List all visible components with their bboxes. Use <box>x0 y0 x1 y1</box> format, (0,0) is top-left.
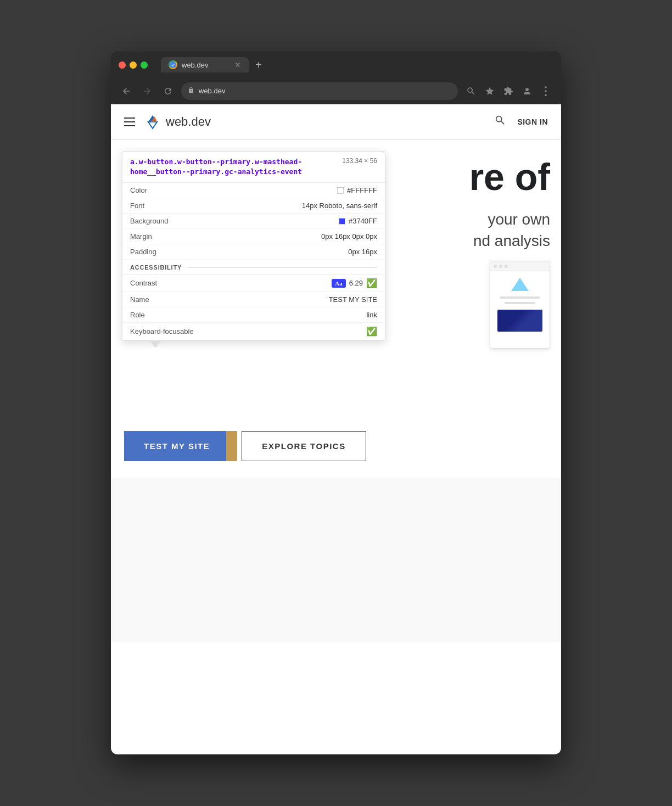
inspector-panel: a.w-button.w-button--primary.w-masthead-… <box>122 151 385 341</box>
page-footer-area <box>111 478 561 642</box>
accessibility-section-label: ACCESSIBILITY <box>130 264 182 271</box>
inspector-value-name: TEST MY SITE <box>329 295 377 304</box>
inspector-row-keyboard: Keyboard-focusable ✅ <box>122 323 385 340</box>
tab-title: web.dev <box>182 61 230 69</box>
extensions-button[interactable] <box>501 83 516 99</box>
menu-button[interactable] <box>538 83 553 99</box>
contrast-badge: Aa <box>332 279 345 288</box>
close-traffic-light[interactable] <box>119 61 126 69</box>
tab-favicon <box>169 60 177 69</box>
webdev-logo-icon <box>144 113 161 131</box>
inspector-row-font: Font 14px Roboto, sans-serif <box>122 198 385 214</box>
contrast-check-icon: ✅ <box>366 278 377 288</box>
svg-point-0 <box>170 61 176 68</box>
site-header: web.dev SIGN IN <box>111 104 561 140</box>
svg-point-3 <box>545 94 547 96</box>
inspector-dimensions: 133.34 × 56 <box>342 157 377 165</box>
svg-point-1 <box>545 86 547 88</box>
inspector-value-padding: 0px 16px <box>348 248 377 256</box>
account-button[interactable] <box>519 83 535 99</box>
traffic-lights <box>119 61 148 69</box>
inspector-label-margin: Margin <box>130 232 152 240</box>
site-header-left: web.dev <box>124 113 211 131</box>
inspector-row-background: Background #3740FF <box>122 214 385 229</box>
inspector-value-margin: 0px 16px 0px 0px <box>321 232 377 240</box>
hamburger-line <box>124 117 135 119</box>
inspector-row-margin: Margin 0px 16px 0px 0px <box>122 229 385 244</box>
page-illustration <box>490 261 550 349</box>
browser-window: web.dev ✕ + web.dev <box>111 52 561 754</box>
inspector-label-keyboard: Keyboard-focusable <box>130 327 194 335</box>
site-logo[interactable]: web.dev <box>144 113 211 131</box>
site-name: web.dev <box>166 115 211 129</box>
inspector-row-contrast: Contrast Aa 6.29 ✅ <box>122 275 385 292</box>
inspector-value-color: #FFFFFF <box>337 186 377 194</box>
accessibility-line <box>187 267 377 268</box>
inspector-label-padding: Padding <box>130 248 156 256</box>
search-button[interactable] <box>494 114 506 130</box>
color-swatch-white <box>337 187 344 194</box>
nav-bar: web.dev <box>111 78 561 104</box>
hero-text-right: re of your own nd analysis <box>469 156 550 251</box>
test-my-site-button[interactable]: TEST MY SITE <box>124 431 229 461</box>
hero-title-partial: re of <box>469 156 550 198</box>
inspector-row-padding: Padding 0px 16px <box>122 244 385 260</box>
back-button[interactable] <box>119 83 134 99</box>
inspector-value-background: #3740FF <box>339 217 377 225</box>
hamburger-line <box>124 121 135 122</box>
lock-icon <box>188 86 194 96</box>
explore-topics-button[interactable]: EXPLORE TOPICS <box>242 431 366 461</box>
inspector-value-role: link <box>366 311 377 319</box>
illustration-dot-2 <box>499 265 502 268</box>
illustration-body <box>490 271 550 336</box>
maximize-traffic-light[interactable] <box>141 61 148 69</box>
nav-actions <box>463 83 553 99</box>
sign-in-button[interactable]: SIGN IN <box>517 117 548 126</box>
svg-point-2 <box>545 90 547 92</box>
minimize-traffic-light[interactable] <box>130 61 137 69</box>
illustration-triangle <box>511 278 529 291</box>
illustration-dot-3 <box>505 265 508 268</box>
new-tab-button[interactable]: + <box>255 59 262 71</box>
illustration-top-bar <box>490 261 550 271</box>
color-swatch-blue <box>339 218 345 225</box>
inspector-label-color: Color <box>130 186 147 194</box>
forward-button[interactable] <box>139 83 155 99</box>
inspector-header: a.w-button.w-button--primary.w-masthead-… <box>122 152 385 183</box>
accessibility-divider: ACCESSIBILITY <box>122 260 385 275</box>
inspector-row-color: Color #FFFFFF <box>122 183 385 198</box>
inspector-value-keyboard: ✅ <box>366 326 377 337</box>
browser-tab[interactable]: web.dev ✕ <box>161 57 249 72</box>
hamburger-menu[interactable] <box>124 117 135 126</box>
keyboard-check-icon: ✅ <box>366 326 377 337</box>
illustration-line-2 <box>505 302 535 304</box>
hero-subtitle-partial: your own nd analysis <box>469 209 550 251</box>
inspector-selector: a.w-button.w-button--primary.w-masthead-… <box>130 157 335 177</box>
illustration-wave <box>497 310 543 332</box>
buttons-row: TEST MY SITE EXPLORE TOPICS <box>111 415 561 478</box>
tab-bar: web.dev ✕ + <box>161 57 553 72</box>
address-bar[interactable]: web.dev <box>181 82 458 100</box>
hero-area: a.w-button.w-button--primary.w-masthead-… <box>111 140 561 415</box>
inspector-row-role: Role link <box>122 307 385 323</box>
reload-button[interactable] <box>160 83 176 99</box>
bookmark-button[interactable] <box>482 83 497 99</box>
hamburger-line <box>124 125 135 126</box>
inspector-arrow <box>150 341 161 348</box>
inspector-row-name: Name TEST MY SITE <box>122 292 385 307</box>
inspector-value-font: 14px Roboto, sans-serif <box>302 201 377 210</box>
inspector-label-background: Background <box>130 217 168 225</box>
site-header-right: SIGN IN <box>494 114 548 130</box>
inspector-label-contrast: Contrast <box>130 279 157 287</box>
inspector-body: Color #FFFFFF Font 14px Roboto, sans-ser… <box>122 183 385 340</box>
page-content: web.dev SIGN IN a.w-button.w-button--pri… <box>111 104 561 754</box>
inspector-label-font: Font <box>130 201 144 210</box>
tab-close-button[interactable]: ✕ <box>234 61 241 69</box>
address-text: web.dev <box>199 87 225 95</box>
title-bar: web.dev ✕ + <box>111 52 561 78</box>
svg-marker-5 <box>148 122 157 128</box>
inspector-value-contrast: Aa 6.29 ✅ <box>332 278 377 288</box>
inspector-label-name: Name <box>130 295 149 304</box>
inspector-arrow-inner <box>150 348 160 354</box>
zoom-button[interactable] <box>463 83 479 99</box>
